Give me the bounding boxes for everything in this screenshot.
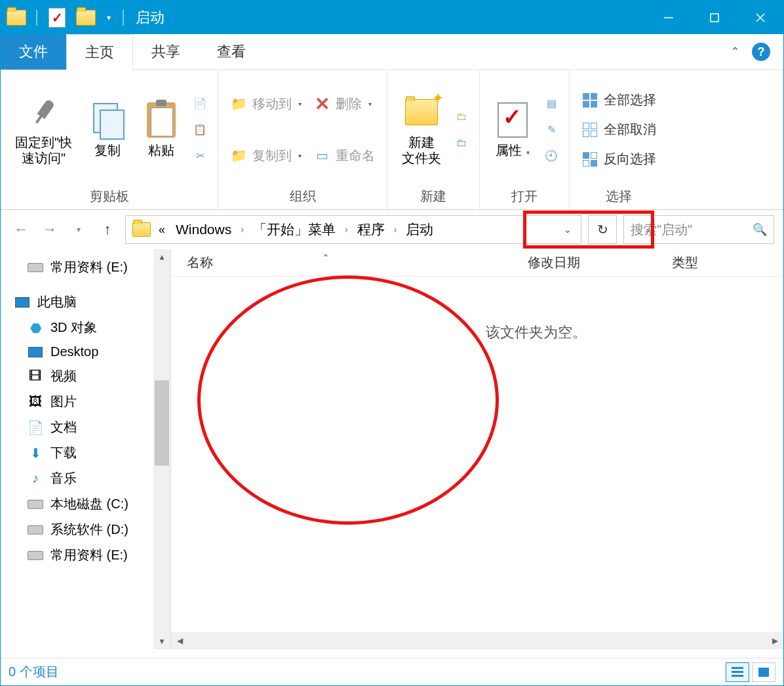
- close-button[interactable]: [737, 1, 783, 34]
- ribbon-group-select: 全部选择 全部取消 反向选择 选择: [570, 70, 668, 209]
- properties-icon[interactable]: [44, 5, 70, 31]
- new-folder-icon: [403, 94, 440, 131]
- invert-selection-button[interactable]: 反向选择: [579, 149, 659, 169]
- tree-item[interactable]: ⬣3D 对象: [1, 315, 170, 340]
- tree-item[interactable]: 🖼图片: [1, 389, 170, 414]
- ribbon-group-open: 属性 ▾ ▤ ✎ 🕘 打开: [480, 70, 570, 209]
- select-none-icon: [581, 121, 598, 138]
- chevron-down-icon: ▾: [298, 152, 302, 159]
- collapse-ribbon-icon[interactable]: ⌃: [730, 45, 740, 59]
- tab-share[interactable]: 共享: [133, 34, 199, 70]
- address-dropdown-icon[interactable]: ⌄: [557, 224, 578, 235]
- pin-to-quick-access-button[interactable]: 固定到"快 速访问": [10, 91, 77, 169]
- tree-item[interactable]: 本地磁盘 (C:): [1, 491, 170, 517]
- up-button[interactable]: ↑: [96, 218, 119, 241]
- tree-item[interactable]: Desktop: [1, 340, 170, 363]
- chevron-right-icon[interactable]: ›: [238, 224, 246, 235]
- paste-icon: [147, 102, 176, 138]
- chevron-down-icon: ▾: [368, 100, 372, 108]
- tree-item[interactable]: 常用资料 (E:): [1, 254, 170, 280]
- column-type[interactable]: 类型: [656, 254, 783, 272]
- breadcrumb-item[interactable]: 程序: [351, 216, 391, 243]
- column-name[interactable]: 名称: [171, 254, 512, 272]
- delete-icon: ✕: [313, 95, 330, 112]
- music-icon: ♪: [27, 472, 44, 486]
- paste-shortcut-icon[interactable]: 📋: [191, 121, 208, 138]
- copy-path-icon[interactable]: 📄: [191, 95, 208, 112]
- tree-item-this-pc[interactable]: 此电脑: [1, 289, 170, 315]
- select-none-button[interactable]: 全部取消: [579, 119, 659, 140]
- tree-item[interactable]: ♪音乐: [1, 466, 170, 491]
- search-input[interactable]: 搜索"启动" 🔍: [623, 215, 774, 244]
- move-icon: 📁: [230, 95, 247, 112]
- move-to-button[interactable]: 📁移动到▾: [227, 94, 304, 114]
- content-area: 常用资料 (E:) 此电脑 ⬣3D 对象 Desktop 🎞视频 🖼图片 📄文档…: [1, 249, 783, 649]
- vertical-scrollbar[interactable]: ▲ ▼: [153, 249, 170, 649]
- tab-view[interactable]: 查看: [199, 34, 264, 70]
- recent-dropdown[interactable]: ▾: [68, 218, 90, 241]
- column-modified[interactable]: 修改日期: [512, 254, 656, 272]
- copy-to-button[interactable]: 📁复制到▾: [227, 146, 304, 166]
- edit-icon[interactable]: ✎: [543, 121, 560, 138]
- scroll-down-icon[interactable]: ▼: [153, 634, 170, 649]
- copy-button[interactable]: 复制: [84, 99, 131, 161]
- details-view-button[interactable]: [726, 662, 749, 682]
- copy-icon: [93, 103, 122, 137]
- qat-dropdown-icon[interactable]: ▾: [102, 13, 116, 22]
- drive-icon: [27, 548, 44, 563]
- tab-home[interactable]: 主页: [66, 34, 133, 70]
- forward-button[interactable]: →: [39, 218, 61, 241]
- scroll-left-icon[interactable]: ◀: [171, 632, 188, 649]
- breadcrumb-item[interactable]: 「开始」菜单: [246, 216, 342, 243]
- cut-icon[interactable]: ✂: [191, 148, 208, 165]
- view-mode-buttons: [726, 662, 775, 682]
- easy-access-icon[interactable]: 🗀: [453, 134, 470, 151]
- history-icon[interactable]: 🕘: [543, 148, 560, 165]
- address-bar[interactable]: « Windows› 「开始」菜单› 程序› 启动 ⌄: [125, 215, 581, 244]
- new-folder-button[interactable]: 新建 文件夹: [397, 91, 446, 169]
- scrollbar-thumb[interactable]: [155, 380, 169, 466]
- address-overflow[interactable]: «: [155, 223, 169, 237]
- navigation-tree[interactable]: 常用资料 (E:) 此电脑 ⬣3D 对象 Desktop 🎞视频 🖼图片 📄文档…: [1, 249, 171, 649]
- computer-icon: [14, 295, 31, 310]
- tree-item[interactable]: 常用资料 (E:): [1, 542, 170, 568]
- help-icon[interactable]: ?: [752, 43, 770, 61]
- rename-button[interactable]: ▭重命名: [311, 146, 378, 166]
- maximize-button[interactable]: [692, 1, 737, 34]
- horizontal-scrollbar[interactable]: ◀ ▶: [171, 632, 783, 649]
- tree-item[interactable]: ⬇下载: [1, 440, 170, 466]
- empty-folder-message: 该文件夹为空。: [171, 277, 783, 342]
- ribbon-group-organize: 📁移动到▾ 📁复制到▾ ✕删除▾ ▭重命名 组织: [218, 70, 387, 209]
- folder-icon[interactable]: [73, 5, 99, 31]
- chevron-right-icon[interactable]: ›: [391, 224, 400, 235]
- chevron-down-icon: ▾: [298, 100, 302, 108]
- breadcrumb-item[interactable]: 启动: [399, 216, 440, 243]
- open-icon[interactable]: ▤: [543, 95, 560, 112]
- window-title: 启动: [136, 8, 165, 28]
- chevron-right-icon[interactable]: ›: [342, 224, 351, 235]
- tree-item[interactable]: 系统软件 (D:): [1, 517, 170, 542]
- svg-rect-1: [711, 14, 718, 22]
- new-item-icon[interactable]: 🗀: [453, 108, 470, 125]
- clipboard-extras: 📄 📋 ✂: [191, 95, 208, 165]
- folder-icon: [3, 5, 29, 31]
- breadcrumb-item[interactable]: Windows: [169, 216, 238, 243]
- drive-icon: [27, 497, 44, 512]
- tab-file[interactable]: 文件: [1, 34, 66, 70]
- delete-button[interactable]: ✕删除▾: [311, 94, 378, 114]
- paste-button[interactable]: 粘贴: [138, 99, 185, 161]
- tree-item[interactable]: 🎞视频: [1, 363, 170, 389]
- video-icon: 🎞: [27, 369, 44, 384]
- ribbon: 固定到"快 速访问" 复制 粘贴 📄 📋 ✂ 剪贴板 📁移动到▾ 📁复制: [1, 70, 783, 210]
- scroll-up-icon[interactable]: ▲: [153, 249, 170, 265]
- thumbnails-view-button[interactable]: [752, 662, 775, 682]
- select-all-button[interactable]: 全部选择: [579, 90, 659, 110]
- properties-button[interactable]: 属性 ▾: [489, 99, 536, 161]
- tree-item[interactable]: 📄文档: [1, 414, 170, 440]
- minimize-button[interactable]: [646, 1, 692, 34]
- status-bar: 0 个项目: [1, 658, 783, 685]
- back-button[interactable]: ←: [10, 218, 32, 241]
- drive-icon: [27, 523, 44, 537]
- refresh-button[interactable]: ↻: [588, 215, 617, 244]
- scroll-right-icon[interactable]: ▶: [766, 632, 783, 649]
